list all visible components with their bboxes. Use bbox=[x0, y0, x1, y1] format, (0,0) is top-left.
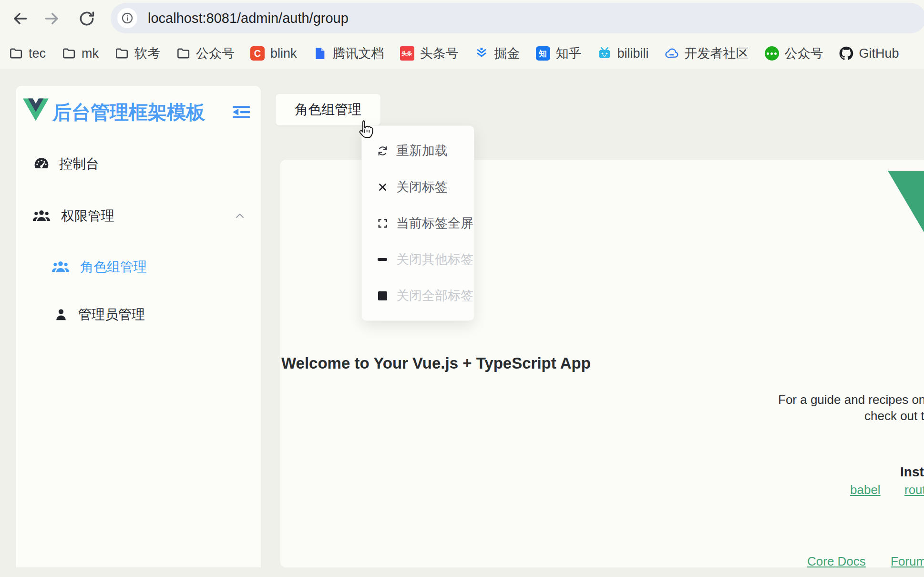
bookmark-label: 知乎 bbox=[556, 45, 582, 62]
browser-toolbar: localhost:8081/admin/auth/group bbox=[0, 0, 924, 38]
sidebar-item-label: 角色组管理 bbox=[80, 258, 147, 276]
bookmark-tec[interactable]: tec bbox=[9, 46, 46, 61]
bookmark-dev-community[interactable]: 开发者社区 bbox=[665, 45, 749, 62]
folder-icon bbox=[176, 46, 190, 61]
sidebar-item-role-group[interactable]: 角色组管理 bbox=[16, 250, 261, 284]
tencent-docs-icon bbox=[313, 46, 327, 61]
context-menu-item-close-all[interactable]: 关闭全部标签 bbox=[362, 278, 474, 314]
bilibili-icon bbox=[597, 46, 612, 61]
context-menu-item-close-others[interactable]: 关闭其他标签 bbox=[362, 241, 474, 278]
tab-label: 角色组管理 bbox=[295, 101, 361, 119]
sidebar: 后台管理框架模板 控制台 权限管理 角色组管理 管理员管理 bbox=[16, 86, 261, 567]
intro-text-line1: For a guide and recipes on how to config… bbox=[778, 392, 924, 407]
user-group-icon bbox=[50, 258, 72, 276]
bookmark-label: GitHub bbox=[859, 46, 899, 61]
bookmark-ruankao[interactable]: 软考 bbox=[114, 45, 160, 62]
bookmark-label: bilibili bbox=[617, 46, 649, 61]
intro-text-line2: check out the vue-cli documentation. bbox=[864, 409, 924, 423]
bookmark-mk[interactable]: mk bbox=[62, 46, 99, 61]
context-menu-label: 当前标签全屏 bbox=[396, 215, 473, 232]
bookmark-label: blink bbox=[270, 46, 297, 61]
installed-plugins-heading: Installed CLI Plugins bbox=[900, 464, 924, 480]
bookmark-label: 公众号 bbox=[785, 45, 823, 62]
bookmark-label: 软考 bbox=[134, 45, 160, 62]
hand-cursor-icon bbox=[355, 119, 374, 140]
bookmark-zhihu[interactable]: 知 知乎 bbox=[536, 45, 582, 62]
sidebar-item-auth[interactable]: 权限管理 bbox=[16, 199, 261, 233]
dashboard-icon bbox=[32, 155, 51, 173]
bookmark-wechat-mp[interactable]: 公众号 bbox=[765, 45, 823, 62]
bookmark-label: 公众号 bbox=[196, 45, 235, 62]
wechat-icon bbox=[765, 46, 779, 61]
folder-icon bbox=[9, 46, 23, 61]
context-menu-label: 关闭标签 bbox=[396, 178, 448, 196]
welcome-heading: Welcome to Your Vue.js + TypeScript App bbox=[281, 354, 591, 372]
bookmark-label: 头条号 bbox=[420, 45, 459, 62]
sidebar-item-label: 控制台 bbox=[59, 155, 99, 173]
sidebar-title: 后台管理框架模板 bbox=[52, 99, 205, 125]
user-icon bbox=[52, 306, 70, 323]
cloud-icon bbox=[665, 46, 679, 61]
link-router[interactable]: router bbox=[904, 483, 924, 497]
github-icon bbox=[839, 46, 853, 61]
chevron-up-icon bbox=[234, 210, 246, 222]
tab-context-menu: 重新加载 关闭标签 当前标签全屏 关闭其他标签 关闭全部标签 bbox=[361, 125, 474, 321]
bookmark-blink[interactable]: C blink bbox=[250, 46, 297, 61]
sidebar-item-dashboard[interactable]: 控制台 bbox=[16, 147, 261, 181]
sidebar-item-label: 管理员管理 bbox=[78, 306, 145, 324]
close-icon bbox=[376, 181, 389, 193]
context-menu-item-fullscreen[interactable]: 当前标签全屏 bbox=[362, 205, 474, 241]
zhihu-icon: 知 bbox=[536, 46, 550, 61]
url-text[interactable]: localhost:8081/admin/auth/group bbox=[148, 10, 349, 26]
link-babel[interactable]: babel bbox=[850, 483, 881, 497]
juejin-icon bbox=[474, 46, 489, 61]
bookmark-github[interactable]: GitHub bbox=[839, 46, 899, 61]
context-menu-label: 重新加载 bbox=[396, 142, 448, 159]
bookmark-toutiao[interactable]: 头条 头条号 bbox=[400, 45, 459, 62]
vue-logo-icon bbox=[23, 98, 49, 121]
bookmark-tencent-docs[interactable]: 腾讯文档 bbox=[313, 45, 384, 62]
reload-icon bbox=[376, 144, 389, 157]
bookmark-bilibili[interactable]: bilibili bbox=[597, 46, 649, 61]
bookmarks-bar: tec mk 软考 公众号 C blink 腾讯文档 头条 头条号 掘金 知 知… bbox=[0, 38, 924, 69]
folder-icon bbox=[114, 46, 129, 61]
context-menu-label: 关闭其他标签 bbox=[396, 251, 473, 268]
refresh-icon[interactable] bbox=[78, 10, 96, 28]
bookmark-label: 腾讯文档 bbox=[333, 45, 384, 62]
context-menu-item-reload[interactable]: 重新加载 bbox=[362, 133, 474, 169]
blink-icon: C bbox=[250, 46, 265, 61]
back-icon[interactable] bbox=[11, 10, 29, 28]
bookmark-label: mk bbox=[82, 46, 99, 61]
site-info-icon[interactable] bbox=[117, 8, 137, 28]
link-forum[interactable]: Forum bbox=[891, 554, 924, 569]
sidebar-item-label: 权限管理 bbox=[61, 207, 114, 225]
context-menu-item-close-tab[interactable]: 关闭标签 bbox=[362, 169, 474, 205]
fullscreen-icon bbox=[376, 217, 389, 229]
bookmark-label: 开发者社区 bbox=[685, 45, 749, 62]
bookmark-label: tec bbox=[29, 46, 46, 61]
bookmark-juejin[interactable]: 掘金 bbox=[474, 45, 520, 62]
context-menu-label: 关闭全部标签 bbox=[396, 287, 473, 304]
folder-icon bbox=[62, 46, 76, 61]
link-core-docs[interactable]: Core Docs bbox=[807, 554, 866, 569]
bookmark-gongzhonghao-folder[interactable]: 公众号 bbox=[176, 45, 235, 62]
stop-icon bbox=[376, 289, 389, 302]
sidebar-item-admin[interactable]: 管理员管理 bbox=[16, 298, 261, 332]
users-icon bbox=[31, 207, 52, 225]
minus-icon bbox=[376, 253, 389, 266]
address-bar[interactable]: localhost:8081/admin/auth/group bbox=[111, 3, 924, 33]
bookmark-label: 掘金 bbox=[494, 45, 520, 62]
forward-icon[interactable] bbox=[43, 10, 61, 28]
sidebar-collapse-icon[interactable] bbox=[233, 105, 250, 119]
toutiao-icon: 头条 bbox=[400, 46, 414, 61]
